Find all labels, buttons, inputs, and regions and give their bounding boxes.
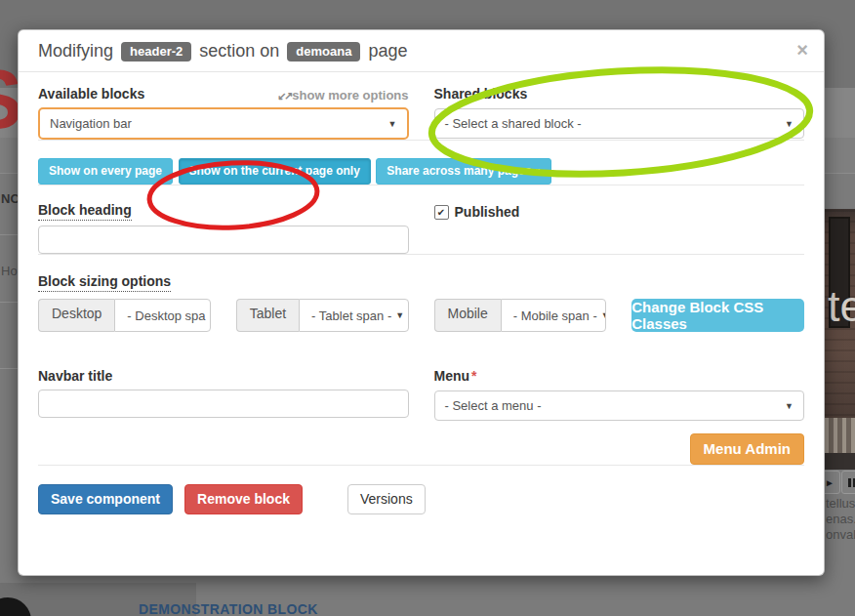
available-blocks-select[interactable]: Navigation bar ▼ (38, 107, 409, 140)
tablet-span-select[interactable]: - Tablet span - ▼ (299, 299, 408, 332)
published-checkbox[interactable]: ✔ (434, 205, 449, 220)
modal-title-prefix: Modifying (38, 41, 113, 61)
modal-header: Modifying header-2 section on demoana pa… (19, 30, 824, 72)
modal-title-suffix: page (368, 41, 407, 61)
block-sizing-options-label: Block sizing options (38, 273, 171, 292)
save-component-button[interactable]: Save component (38, 484, 173, 514)
background-divider (0, 234, 19, 235)
menu-label: Menu* (434, 368, 477, 384)
mobile-addon-label: Mobile (434, 299, 501, 332)
show-more-options-link[interactable]: ↙↗show more options (277, 88, 409, 103)
shared-blocks-select[interactable]: - Select a shared block - ▼ (434, 108, 805, 139)
check-icon: ✔ (437, 208, 445, 218)
mobile-span-value: - Mobile span - (513, 308, 597, 323)
chevron-down-icon: ▼ (395, 310, 404, 320)
menu-selected-value: - Select a menu - (445, 398, 542, 413)
navbar-title-input[interactable] (38, 390, 409, 418)
background-hero-fence (825, 418, 855, 453)
page-badge: demoana (287, 42, 360, 62)
modal-title: Modifying header-2 section on demoana pa… (38, 41, 408, 61)
background-text-line: enas. (826, 512, 855, 526)
background-breadcrumb-text: Ho (1, 264, 18, 278)
required-asterisk: * (471, 368, 476, 384)
play-icon: ► (825, 477, 835, 488)
background-text-line: tellus (826, 496, 855, 511)
section-divider (38, 140, 804, 141)
available-blocks-label: Available blocks (38, 86, 144, 103)
share-across-many-pages-button[interactable]: Share across many pages » (376, 158, 551, 185)
desktop-span-select[interactable]: - Desktop spa ▼ (114, 299, 210, 332)
expand-icon: ↙↗ (277, 90, 291, 102)
modal-body: Available blocks ↙↗show more options Nav… (19, 72, 824, 514)
published-label: Published (455, 204, 520, 221)
change-block-css-classes-button[interactable]: Change Block CSS Classes (631, 299, 804, 332)
pause-icon (847, 473, 855, 491)
tablet-addon-label: Tablet (236, 299, 299, 332)
menu-select[interactable]: - Select a menu - ▼ (434, 390, 805, 421)
block-heading-input[interactable] (38, 226, 409, 254)
background-divider (0, 368, 19, 369)
carousel-pause-button (841, 471, 855, 494)
shared-blocks-selected-value: - Select a shared block - (445, 116, 582, 131)
desktop-span-value: - Desktop spa (127, 308, 205, 323)
show-on-every-page-button[interactable]: Show on every page (38, 158, 173, 185)
shared-blocks-label: Shared blocks (434, 86, 528, 103)
show-on-current-page-only-button[interactable]: Show on the current page only (179, 158, 371, 185)
section-divider (38, 185, 804, 185)
tablet-span-value: - Tablet span - (311, 308, 391, 323)
menu-admin-button[interactable]: Menu Admin (690, 433, 804, 465)
section-divider (38, 254, 804, 255)
mobile-span-group: Mobile - Mobile span - ▼ (434, 299, 607, 332)
chevron-down-icon: ▼ (210, 310, 211, 320)
background-left-text: NC (1, 191, 20, 206)
show-more-options-label: show more options (292, 88, 408, 103)
background-divider (0, 302, 19, 303)
navbar-title-label: Navbar title (38, 368, 112, 384)
block-heading-label: Block heading (38, 202, 132, 221)
background-text-line: onval (826, 527, 855, 542)
chevron-down-icon: ▼ (388, 119, 397, 129)
chevron-down-icon: ▼ (785, 401, 794, 411)
background-hero-base (825, 453, 855, 470)
background-demo-block-heading: DEMONSTRATION BLOCK (139, 601, 318, 616)
background-hero-text: te (828, 284, 855, 328)
tablet-span-group: Tablet - Tablet span - ▼ (236, 299, 409, 332)
section-divider (38, 465, 804, 466)
chevron-down-icon: ▼ (601, 310, 607, 320)
remove-block-button[interactable]: Remove block (184, 484, 303, 514)
desktop-span-group: Desktop - Desktop spa ▼ (38, 299, 211, 332)
available-blocks-selected-value: Navigation bar (50, 116, 132, 131)
modal-title-middle: section on (199, 41, 279, 61)
mobile-span-select[interactable]: - Mobile span - ▼ (501, 299, 607, 332)
chevron-down-icon: ▼ (785, 119, 794, 129)
versions-button[interactable]: Versions (347, 484, 426, 514)
section-badge: header-2 (121, 42, 191, 62)
modify-section-modal: Modifying header-2 section on demoana pa… (18, 29, 825, 576)
close-icon[interactable]: × (796, 40, 808, 60)
desktop-addon-label: Desktop (38, 299, 114, 332)
